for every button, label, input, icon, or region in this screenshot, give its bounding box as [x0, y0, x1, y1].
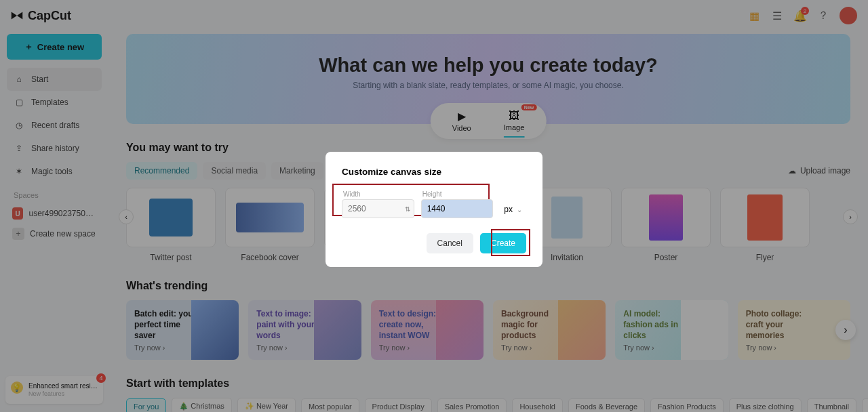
height-label: Height [421, 190, 494, 198]
canvas-size-modal: Customize canvas size Width Height px ⌄ … [326, 152, 542, 267]
cancel-button[interactable]: Cancel [427, 233, 473, 253]
create-button[interactable]: Create [480, 233, 526, 253]
width-label: Width [342, 190, 414, 198]
height-input[interactable] [421, 199, 494, 218]
unit-select[interactable]: px ⌄ [500, 201, 526, 218]
modal-title: Customize canvas size [342, 167, 526, 177]
width-input[interactable] [342, 199, 414, 218]
chevron-down-icon: ⌄ [517, 206, 522, 213]
unit-label: px [504, 205, 513, 214]
